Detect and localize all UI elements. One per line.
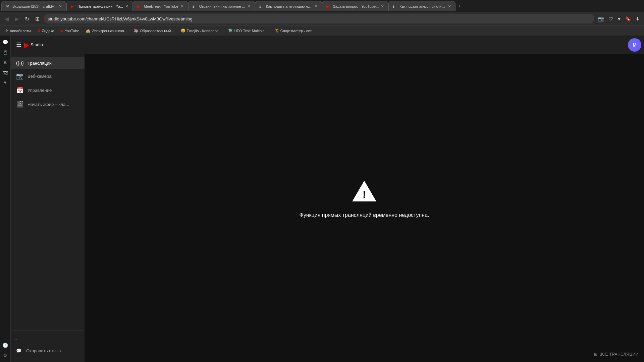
bookmark-yandex-label: Яндекс — [42, 29, 54, 33]
home-button[interactable]: ⊞ — [33, 14, 42, 23]
tab-5[interactable]: ℹ Как подать апелляцию на... ✕ — [255, 1, 322, 11]
bookmark-edu-label: Образовательный... — [140, 29, 174, 33]
bookmark-yandex-icon: Я — [38, 29, 40, 33]
bookmark-aviabilety-icon: ✈ — [5, 28, 8, 33]
tab-7-close[interactable]: ✕ — [448, 4, 451, 9]
tab-3[interactable]: ▶ MeekTeak - YouTube ✕ — [133, 1, 188, 11]
hamburger-icon[interactable]: ☰ — [16, 41, 21, 49]
warning-triangle-icon: ! — [351, 179, 378, 203]
bookmark-emoji-icon: 😊 — [181, 28, 185, 33]
bookmark-sport[interactable]: 🏋 Спортмастер - сет... — [272, 28, 317, 34]
bookmark-youtube-icon: ▶ — [61, 28, 63, 33]
golive-icon: 🎬 — [16, 101, 23, 108]
studio-header: ☰ ▶ Studio — [11, 36, 85, 54]
tab-6-close[interactable]: ✕ — [381, 4, 384, 9]
nav-actions: 📷 🛡 ♥ 🔖 ⬇ — [596, 15, 641, 23]
broadcasts-icon: ((·)) — [16, 60, 23, 66]
heart-fav-icon[interactable]: ♥ — [1, 78, 9, 86]
tab-2[interactable]: ▶ Прямые трансляции - Yo... ✕ — [66, 1, 133, 11]
sidebar-item-broadcasts-label: Трансляции — [28, 61, 52, 66]
tab-2-close[interactable]: ✕ — [125, 4, 128, 9]
avatar-initials: М — [633, 42, 637, 48]
feedback-button[interactable]: 💬 Отправить отзыв — [11, 345, 85, 357]
bookmark-school[interactable]: 🏫 Электронная школ... — [83, 28, 130, 34]
all-broadcasts-label: ВСЕ ТРАНСЛЯЦИИ — [599, 352, 639, 357]
all-broadcasts-icon: ⊞ — [594, 352, 598, 357]
bookmark-emoji[interactable]: 😊 Emojilo - Копирова... — [178, 28, 224, 34]
bookmark-aviabilety-label: Авиабилеты — [10, 29, 31, 33]
tab-7-favicon: ℹ — [393, 4, 397, 9]
more-button[interactable]: ··· — [11, 334, 85, 345]
main-content: М ! Функция прямых трансляций временно н… — [85, 36, 644, 362]
tab-2-title: Прямые трансляции - Yo... — [77, 4, 123, 8]
manage-icon: 📅 — [16, 86, 23, 94]
tab-1-close[interactable]: ✕ — [59, 4, 62, 9]
tab-3-title: MeekTeak - YouTube — [144, 4, 178, 8]
studio-topbar: М — [85, 36, 644, 54]
back-button[interactable]: ◀ — [3, 14, 11, 23]
nav-bar: ◀ ▶ ↻ ⊞ 📷 🛡 ♥ 🔖 ⬇ — [0, 12, 644, 25]
bookmark-ufo[interactable]: 🛸 UFO Test: Multiple... — [225, 28, 270, 34]
settings-icon[interactable]: ⚙ — [1, 351, 9, 359]
heart-icon[interactable]: ♥ — [616, 15, 622, 23]
history-icon[interactable]: 🕐 — [1, 341, 9, 349]
browser-chrome: ✉ Входящие (253) - craft.tv... ✕ ▶ Прямы… — [0, 0, 644, 36]
feedback-icon: 💬 — [16, 348, 21, 353]
shield-icon[interactable]: 🛡 — [607, 15, 615, 23]
messenger-icon[interactable]: 💬 — [1, 38, 9, 46]
tab-5-title: Как подать апелляцию на... — [266, 4, 312, 8]
new-tab-button[interactable]: + — [455, 3, 464, 9]
sidebar-item-manage[interactable]: 📅 Управление — [11, 83, 85, 97]
bookmark-yandex[interactable]: Я Яндекс — [35, 28, 57, 34]
studio-sidebar: ☰ ▶ Studio ((·)) Трансляции 📷 Веб-камера… — [11, 36, 85, 362]
sidebar-item-golive-label: Начать эфир – кла... — [28, 102, 69, 107]
bookmark-emoji-label: Emojilo - Копирова... — [187, 29, 222, 33]
bookmark-ufo-icon: 🛸 — [228, 28, 233, 33]
bookmark-school-icon: 🏫 — [86, 28, 91, 33]
all-broadcasts-button[interactable]: ⊞ ВСЕ ТРАНСЛЯЦИИ — [594, 352, 639, 357]
bookmark-edu[interactable]: 📚 Образовательный... — [131, 28, 177, 34]
bookmark-ufo-label: UFO Test: Multiple... — [234, 29, 267, 33]
user-avatar[interactable]: М — [628, 38, 641, 52]
yt-logo: ▶ Studio — [24, 41, 43, 49]
address-bar[interactable] — [44, 14, 594, 23]
tab-3-close[interactable]: ✕ — [180, 4, 184, 9]
tab-4[interactable]: ℹ Ограничения на прямые ... ✕ — [188, 1, 255, 11]
whatsapp-icon[interactable]: 📱 — [1, 48, 9, 56]
tab-5-favicon: ℹ — [259, 4, 264, 9]
tab-1[interactable]: ✉ Входящие (253) - craft.tv... ✕ — [1, 1, 66, 11]
bookmark-youtube[interactable]: ▶ YouTube — [58, 28, 82, 34]
tab-6[interactable]: ▶ Задать вопрос - YouTube... ✕ — [322, 1, 389, 11]
bookmark-youtube-label: YouTube — [65, 29, 79, 33]
tab-7[interactable]: ℹ Как подать апелляцию на... ✕ — [388, 1, 455, 11]
sidebar-item-broadcasts[interactable]: ((·)) Трансляции — [11, 57, 85, 69]
sidebar-nav: ((·)) Трансляции 📷 Веб-камера 📅 Управлен… — [11, 54, 85, 330]
refresh-button[interactable]: ↻ — [23, 14, 31, 23]
download-icon[interactable]: ⬇ — [634, 15, 641, 23]
sidebar-item-manage-label: Управление — [28, 88, 52, 93]
instagram-icon[interactable]: 📷 — [1, 68, 9, 76]
forward-button[interactable]: ▶ — [13, 14, 21, 23]
tab-4-close[interactable]: ✕ — [247, 4, 251, 9]
bookmarks-bar: ✈ Авиабилеты Я Яндекс ▶ YouTube 🏫 Электр… — [0, 25, 644, 36]
bookmark-sport-label: Спортмастер - сет... — [280, 29, 314, 33]
sidebar-item-webcam[interactable]: 📷 Веб-камера — [11, 69, 85, 83]
sidebar-item-webcam-label: Веб-камера — [28, 74, 51, 79]
svg-text:!: ! — [363, 189, 366, 200]
tab-7-title: Как подать апелляцию на... — [399, 4, 446, 8]
error-container: ! Функция прямых трансляций временно нед… — [300, 179, 429, 218]
camera-icon[interactable]: 📷 — [596, 15, 605, 23]
bookmark-school-label: Электронная школ... — [92, 29, 127, 33]
tab-6-favicon: ▶ — [326, 4, 331, 9]
yt-studio-label: Studio — [31, 42, 43, 47]
bookmark-aviabilety[interactable]: ✈ Авиабилеты — [3, 28, 34, 34]
tab-3-favicon: ▶ — [137, 4, 142, 9]
tab-6-title: Задать вопрос - YouTube... — [333, 4, 379, 8]
tab-5-close[interactable]: ✕ — [314, 4, 318, 9]
bookmark-icon[interactable]: 🔖 — [624, 15, 633, 23]
sidebar-item-golive[interactable]: 🎬 Начать эфир – кла... — [11, 97, 85, 111]
yt-logo-icon: ▶ — [24, 41, 29, 49]
social-sidebar: 💬 📱 В 📷 ♥ 🕐 ⚙ — [0, 36, 11, 362]
tab-4-title: Ограничения на прямые ... — [199, 4, 245, 8]
vk-icon[interactable]: В — [1, 58, 9, 66]
